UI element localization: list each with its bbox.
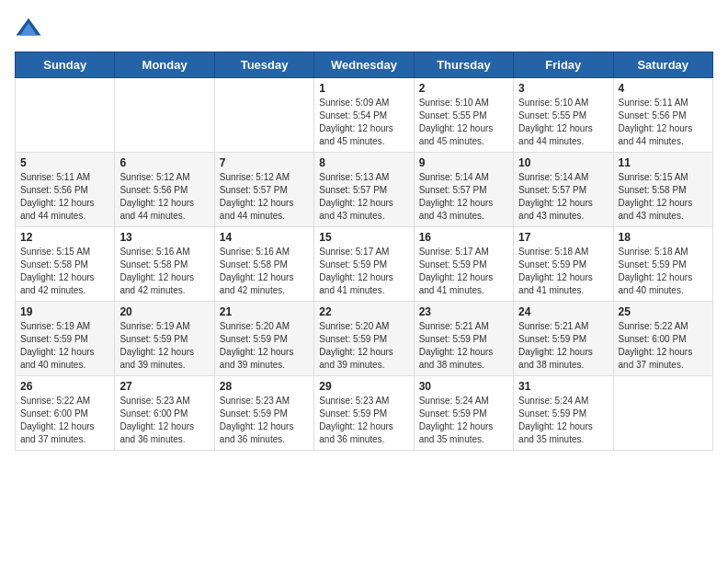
day-number: 24 (518, 305, 608, 318)
day-info: Sunrise: 5:21 AM Sunset: 5:59 PM Dayligh… (419, 320, 508, 372)
calendar-cell: 14Sunrise: 5:16 AM Sunset: 5:58 PM Dayli… (214, 227, 313, 302)
day-info: Sunrise: 5:23 AM Sunset: 5:59 PM Dayligh… (220, 395, 309, 446)
calendar-cell: 1Sunrise: 5:09 AM Sunset: 5:54 PM Daylig… (314, 78, 414, 153)
day-number: 12 (20, 231, 109, 244)
day-info: Sunrise: 5:24 AM Sunset: 5:59 PM Dayligh… (419, 395, 508, 446)
day-info: Sunrise: 5:20 AM Sunset: 5:59 PM Dayligh… (220, 320, 309, 372)
day-info: Sunrise: 5:19 AM Sunset: 5:59 PM Dayligh… (119, 320, 209, 372)
calendar-cell: 21Sunrise: 5:20 AM Sunset: 5:59 PM Dayli… (214, 302, 313, 376)
day-info: Sunrise: 5:12 AM Sunset: 5:56 PM Dayligh… (119, 171, 209, 223)
day-number: 11 (619, 156, 708, 169)
calendar-cell (115, 78, 214, 153)
days-header-row: SundayMondayTuesdayWednesdayThursdayFrid… (16, 52, 713, 78)
calendar-cell: 25Sunrise: 5:22 AM Sunset: 6:00 PM Dayli… (613, 302, 712, 376)
calendar-cell: 18Sunrise: 5:18 AM Sunset: 5:59 PM Dayli… (613, 227, 712, 302)
day-number: 26 (20, 380, 109, 393)
day-number: 31 (518, 380, 608, 393)
day-number: 8 (319, 156, 408, 169)
week-row-5: 26Sunrise: 5:22 AM Sunset: 6:00 PM Dayli… (16, 376, 713, 451)
logo (15, 15, 46, 42)
day-number: 2 (419, 82, 508, 95)
day-number: 23 (419, 305, 508, 318)
calendar-cell: 27Sunrise: 5:23 AM Sunset: 6:00 PM Dayli… (115, 376, 214, 451)
day-info: Sunrise: 5:16 AM Sunset: 5:58 PM Dayligh… (220, 246, 309, 297)
day-number: 7 (220, 156, 309, 169)
day-info: Sunrise: 5:15 AM Sunset: 5:58 PM Dayligh… (619, 171, 708, 223)
calendar-cell: 22Sunrise: 5:20 AM Sunset: 5:59 PM Dayli… (314, 302, 414, 376)
day-number: 28 (220, 380, 309, 393)
day-info: Sunrise: 5:23 AM Sunset: 5:59 PM Dayligh… (319, 395, 408, 446)
day-info: Sunrise: 5:16 AM Sunset: 5:58 PM Dayligh… (119, 246, 209, 297)
calendar-cell (16, 78, 115, 153)
calendar-cell: 19Sunrise: 5:19 AM Sunset: 5:59 PM Dayli… (16, 302, 115, 376)
calendar-cell: 9Sunrise: 5:14 AM Sunset: 5:57 PM Daylig… (414, 153, 513, 227)
day-number: 16 (419, 231, 508, 244)
day-info: Sunrise: 5:09 AM Sunset: 5:54 PM Dayligh… (319, 97, 408, 148)
calendar-cell: 11Sunrise: 5:15 AM Sunset: 5:58 PM Dayli… (613, 153, 712, 227)
day-info: Sunrise: 5:13 AM Sunset: 5:57 PM Dayligh… (319, 171, 408, 223)
day-number: 1 (319, 82, 408, 95)
day-info: Sunrise: 5:14 AM Sunset: 5:57 PM Dayligh… (518, 171, 608, 223)
day-number: 22 (319, 305, 408, 318)
calendar-cell (214, 78, 313, 153)
day-info: Sunrise: 5:24 AM Sunset: 5:59 PM Dayligh… (518, 395, 608, 446)
day-number: 9 (419, 156, 508, 169)
day-header-sunday: Sunday (16, 52, 115, 78)
day-info: Sunrise: 5:18 AM Sunset: 5:59 PM Dayligh… (619, 246, 708, 297)
calendar-cell: 15Sunrise: 5:17 AM Sunset: 5:59 PM Dayli… (314, 227, 414, 302)
day-info: Sunrise: 5:20 AM Sunset: 5:59 PM Dayligh… (319, 320, 408, 372)
week-row-4: 19Sunrise: 5:19 AM Sunset: 5:59 PM Dayli… (16, 302, 713, 376)
day-number: 10 (518, 156, 608, 169)
logo-icon (15, 15, 42, 42)
calendar-cell: 31Sunrise: 5:24 AM Sunset: 5:59 PM Dayli… (514, 376, 613, 451)
day-info: Sunrise: 5:11 AM Sunset: 5:56 PM Dayligh… (619, 97, 708, 148)
day-header-saturday: Saturday (613, 52, 712, 78)
day-number: 17 (518, 231, 608, 244)
calendar-cell: 12Sunrise: 5:15 AM Sunset: 5:58 PM Dayli… (16, 227, 115, 302)
day-number: 14 (220, 231, 309, 244)
calendar-cell: 29Sunrise: 5:23 AM Sunset: 5:59 PM Dayli… (314, 376, 414, 451)
day-info: Sunrise: 5:19 AM Sunset: 5:59 PM Dayligh… (20, 320, 109, 372)
day-info: Sunrise: 5:10 AM Sunset: 5:55 PM Dayligh… (419, 97, 508, 148)
calendar-cell: 8Sunrise: 5:13 AM Sunset: 5:57 PM Daylig… (314, 153, 414, 227)
day-info: Sunrise: 5:17 AM Sunset: 5:59 PM Dayligh… (319, 246, 408, 297)
day-number: 29 (319, 380, 408, 393)
day-number: 13 (119, 231, 209, 244)
calendar-cell: 20Sunrise: 5:19 AM Sunset: 5:59 PM Dayli… (115, 302, 214, 376)
day-number: 5 (20, 156, 109, 169)
day-info: Sunrise: 5:18 AM Sunset: 5:59 PM Dayligh… (518, 246, 608, 297)
calendar-cell: 23Sunrise: 5:21 AM Sunset: 5:59 PM Dayli… (414, 302, 513, 376)
day-number: 20 (119, 305, 209, 318)
day-info: Sunrise: 5:11 AM Sunset: 5:56 PM Dayligh… (20, 171, 109, 223)
day-number: 6 (119, 156, 209, 169)
calendar-table: SundayMondayTuesdayWednesdayThursdayFrid… (15, 52, 713, 451)
calendar-cell (613, 376, 712, 451)
week-row-2: 5Sunrise: 5:11 AM Sunset: 5:56 PM Daylig… (16, 153, 713, 227)
day-info: Sunrise: 5:12 AM Sunset: 5:57 PM Dayligh… (220, 171, 309, 223)
day-number: 25 (619, 305, 708, 318)
calendar-cell: 13Sunrise: 5:16 AM Sunset: 5:58 PM Dayli… (115, 227, 214, 302)
calendar-cell: 10Sunrise: 5:14 AM Sunset: 5:57 PM Dayli… (514, 153, 613, 227)
day-header-friday: Friday (514, 52, 613, 78)
day-info: Sunrise: 5:17 AM Sunset: 5:59 PM Dayligh… (419, 246, 508, 297)
calendar-cell: 26Sunrise: 5:22 AM Sunset: 6:00 PM Dayli… (16, 376, 115, 451)
day-number: 15 (319, 231, 408, 244)
calendar-cell: 4Sunrise: 5:11 AM Sunset: 5:56 PM Daylig… (613, 78, 712, 153)
day-info: Sunrise: 5:23 AM Sunset: 6:00 PM Dayligh… (119, 395, 209, 446)
day-info: Sunrise: 5:22 AM Sunset: 6:00 PM Dayligh… (20, 395, 109, 446)
day-info: Sunrise: 5:14 AM Sunset: 5:57 PM Dayligh… (419, 171, 508, 223)
day-header-thursday: Thursday (414, 52, 513, 78)
day-info: Sunrise: 5:22 AM Sunset: 6:00 PM Dayligh… (619, 320, 708, 372)
calendar-cell: 30Sunrise: 5:24 AM Sunset: 5:59 PM Dayli… (414, 376, 513, 451)
calendar-cell: 5Sunrise: 5:11 AM Sunset: 5:56 PM Daylig… (16, 153, 115, 227)
day-info: Sunrise: 5:21 AM Sunset: 5:59 PM Dayligh… (518, 320, 608, 372)
calendar-cell: 28Sunrise: 5:23 AM Sunset: 5:59 PM Dayli… (214, 376, 313, 451)
calendar-cell: 7Sunrise: 5:12 AM Sunset: 5:57 PM Daylig… (214, 153, 313, 227)
day-header-wednesday: Wednesday (314, 52, 414, 78)
day-header-tuesday: Tuesday (214, 52, 313, 78)
day-number: 4 (619, 82, 708, 95)
day-number: 18 (619, 231, 708, 244)
day-number: 27 (119, 380, 209, 393)
day-number: 30 (419, 380, 508, 393)
week-row-3: 12Sunrise: 5:15 AM Sunset: 5:58 PM Dayli… (16, 227, 713, 302)
